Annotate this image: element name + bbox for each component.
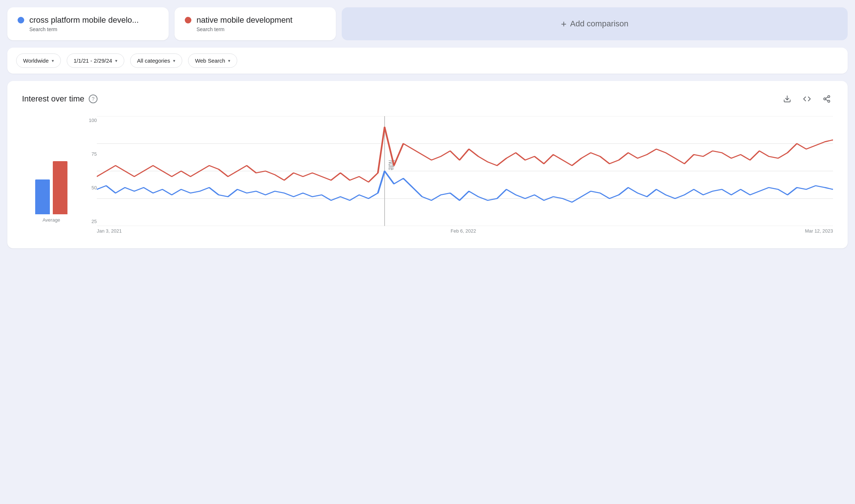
question-mark-icon: ? [92,96,95,102]
term-dot-1 [18,17,24,23]
avg-bar-blue [35,179,50,214]
red-line [97,127,833,182]
term-card-2[interactable]: native mobile development Search term [175,7,336,40]
filters-bar: Worldwide ▾ 1/1/21 - 2/29/24 ▾ All categ… [7,48,848,74]
filter-category-label: All categories [137,58,170,64]
blue-line [97,171,833,202]
term-type-2: Search term [197,26,293,32]
chart-with-yaxis: 100 75 50 25 [81,116,833,234]
y-label-25: 25 [81,219,97,224]
add-comparison-plus-icon: + [561,18,566,30]
chevron-down-icon: ▾ [115,58,117,63]
svg-line-5 [826,97,828,99]
avg-section: Average [22,156,81,234]
filter-date[interactable]: 1/1/21 - 2/29/24 ▾ [67,53,124,68]
x-label-3: Mar 12, 2023 [805,228,833,234]
term-dot-2 [185,17,191,23]
term-info-2: native mobile development Search term [197,15,293,32]
term-type-1: Search term [29,26,139,32]
avg-bars [35,156,67,214]
chart-card: Interest over time ? [7,81,848,248]
filter-search-type-label: Web Search [195,58,225,64]
line-chart-wrapper: 100 75 50 25 [81,116,833,234]
share-icon [823,95,831,103]
add-comparison-card[interactable]: + Add comparison [342,7,848,40]
y-axis: 100 75 50 25 [81,116,97,234]
term-info-1: cross platform mobile develo... Search t… [29,15,139,32]
chevron-down-icon: ▾ [228,58,230,63]
svg-container: Note Jan 3, 2021 Feb 6, 2022 [97,116,833,234]
filter-geo-label: Worldwide [23,58,49,64]
svg-line-4 [826,99,828,101]
y-label-50: 50 [81,185,97,190]
top-bar: cross platform mobile develo... Search t… [7,7,848,40]
chart-title: Interest over time [22,94,84,104]
avg-bar-red [53,161,67,214]
chart-title-area: Interest over time ? [22,94,98,104]
chart-area: Average 100 75 50 25 [22,116,833,234]
filter-geo[interactable]: Worldwide ▾ [16,53,61,68]
add-comparison-label: Add comparison [570,19,628,29]
chevron-down-icon: ▾ [173,58,175,63]
x-label-2: Feb 6, 2022 [451,228,476,234]
x-label-1: Jan 3, 2021 [97,228,122,234]
filter-category[interactable]: All categories ▾ [130,53,182,68]
share-button[interactable] [821,93,833,105]
term-card-1[interactable]: cross platform mobile develo... Search t… [7,7,169,40]
y-label-75: 75 [81,151,97,157]
chart-svg: Note [97,116,833,226]
chevron-down-icon: ▾ [52,58,54,63]
filter-date-label: 1/1/21 - 2/29/24 [74,58,112,64]
y-label-100: 100 [81,118,97,123]
download-button[interactable] [781,93,793,105]
avg-label: Average [43,217,60,223]
x-axis-labels: Jan 3, 2021 Feb 6, 2022 Mar 12, 2023 [97,226,833,234]
term-name-1: cross platform mobile develo... [29,15,139,25]
download-icon [783,95,791,103]
embed-button[interactable] [801,93,813,105]
term-name-2: native mobile development [197,15,293,25]
filter-search-type[interactable]: Web Search ▾ [188,53,237,68]
help-icon[interactable]: ? [89,94,98,103]
embed-icon [803,95,811,103]
chart-actions [781,93,833,105]
chart-header: Interest over time ? [22,93,833,105]
